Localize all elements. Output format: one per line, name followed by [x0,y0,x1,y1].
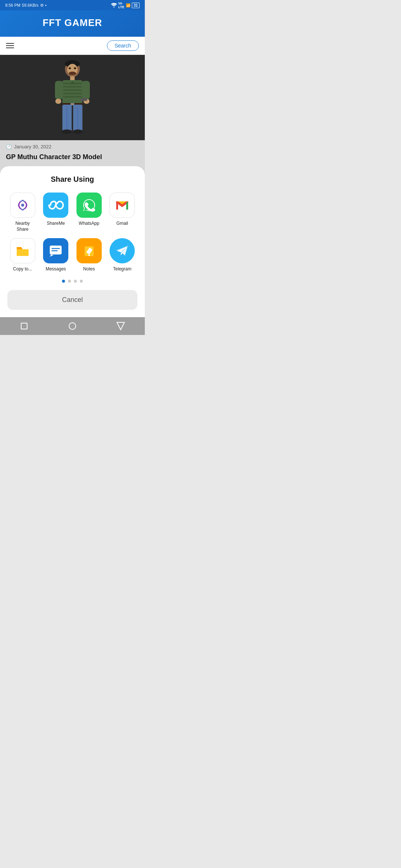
svg-point-4 [69,68,71,69]
hamburger-line-2 [6,45,14,46]
time: 8:56 PM [5,3,20,7]
svg-rect-15 [55,81,63,99]
share-grid: NearbyShare ShareMe [7,193,137,272]
status-right: VoLTE 📶 31 [111,1,140,9]
content-area: 🕐 January 30, 2022 GP Muthu Character 3D… [0,55,145,317]
article-meta: 🕐 January 30, 2022 [0,140,145,152]
settings-icon: ⚙ [40,3,44,8]
share-item-copy-to[interactable]: Copy to... [7,238,38,272]
article-date: January 30, 2022 [14,144,51,149]
bottom-nav [0,317,145,335]
svg-point-0 [113,7,114,8]
shareme-icon [43,193,68,218]
messages-icon [43,238,68,263]
share-item-gmail[interactable]: Gmail [107,193,138,232]
whatsapp-icon [76,193,102,218]
svg-rect-16 [82,81,90,99]
copyto-label: Copy to... [13,266,32,272]
telegram-icon [110,238,135,263]
back-button[interactable] [19,321,29,331]
gmail-icon [110,193,135,218]
svg-rect-32 [50,246,62,254]
home-button[interactable] [67,321,78,331]
share-item-messages[interactable]: Messages [41,238,71,272]
share-item-notes[interactable]: Notes [74,238,104,272]
gmail-label: Gmail [117,221,128,227]
dot-1 [62,280,65,283]
svg-rect-31 [126,201,128,210]
svg-rect-12 [62,93,82,94]
article-title: GP Muthu Character 3D Model [0,152,145,166]
messages-label: Messages [46,266,66,272]
battery-icon: 31 [132,3,140,8]
telegram-label: Telegram [113,266,131,272]
svg-point-41 [69,323,76,329]
hamburger-line-3 [6,47,14,48]
svg-rect-11 [62,89,82,91]
svg-rect-13 [62,96,82,98]
share-item-nearby-share[interactable]: NearbyShare [7,193,38,232]
svg-point-5 [74,68,76,69]
notes-label: Notes [83,266,95,272]
search-button[interactable]: Search [107,40,139,51]
share-item-whatsapp[interactable]: WhatsApp [74,193,104,232]
svg-rect-10 [62,86,82,88]
notes-icon [76,238,102,263]
dot-3 [74,280,77,283]
speed: 59.6KB/s [22,3,39,7]
article-image [0,55,145,140]
signal-icon: 📶 [126,3,130,7]
app-header: FFT GAMER [0,10,145,37]
share-item-shareme[interactable]: ShareMe [41,193,71,232]
dot-4 [80,280,83,283]
share-title: Share Using [7,175,137,184]
hamburger-menu[interactable] [6,43,14,48]
app-title: FFT GAMER [0,17,145,29]
dot-2 [68,280,71,283]
share-sheet: Share Using NearbyShare [0,166,145,317]
nearby-share-icon [10,193,35,218]
wifi-icon [111,3,117,7]
status-left: 8:56 PM 59.6KB/s ⚙ • [5,3,46,8]
svg-marker-42 [117,322,124,330]
cancel-button[interactable]: Cancel [7,290,137,310]
nav-bar: Search [0,37,145,55]
clock-icon: 🕐 [6,144,12,149]
svg-rect-27 [81,98,87,101]
svg-rect-40 [21,323,27,329]
svg-point-17 [55,99,61,104]
whatsapp-label: WhatsApp [79,221,99,227]
pagination-dots [7,280,137,283]
svg-point-28 [21,204,24,207]
hamburger-line-1 [6,43,14,44]
volte-icon: VoLTE [118,1,124,9]
copyto-icon [10,238,35,263]
svg-point-6 [69,72,76,75]
svg-point-26 [73,129,83,134]
shareme-label: ShareMe [47,221,65,227]
recents-button[interactable] [115,321,126,331]
status-bar: 8:56 PM 59.6KB/s ⚙ • VoLTE 📶 31 [0,0,145,10]
share-item-telegram[interactable]: Telegram [107,238,138,272]
nearby-share-label: NearbyShare [15,221,30,232]
svg-point-25 [62,129,72,134]
svg-rect-30 [116,201,118,210]
character-svg [48,59,97,137]
